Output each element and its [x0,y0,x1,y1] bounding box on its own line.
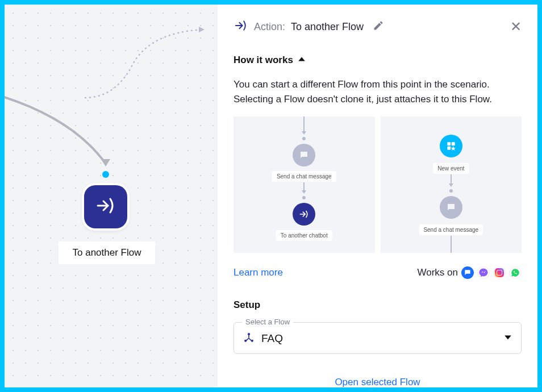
svg-marker-0 [101,159,110,166]
arrow-into-icon [293,203,315,226]
select-flow-label: Select a Flow [242,318,293,326]
whatsapp-channel-icon [509,266,522,279]
svg-point-9 [251,340,253,342]
close-icon: ✕ [510,19,522,34]
action-prefix: Action: [254,21,285,33]
diagram-chat-label: Send a chat message [272,171,336,182]
chevron-up-icon [298,55,306,65]
learn-more-link[interactable]: Learn more [234,267,283,278]
how-it-works-description: You can start a different Flow from this… [234,77,522,106]
svg-rect-3 [452,142,455,145]
details-panel: Action: To another Flow ✕ How it works Y… [218,5,537,387]
node-input-port[interactable] [102,171,109,178]
select-flow-dropdown[interactable]: Select a Flow FAQ [234,322,522,354]
flow-icon [243,332,255,345]
svg-marker-10 [505,336,511,340]
svg-marker-5 [451,146,455,151]
setup-heading: Setup [234,299,522,311]
flow-canvas[interactable]: To another Flow [5,5,218,387]
svg-rect-2 [447,142,451,145]
pencil-icon [373,23,384,33]
new-event-icon [440,135,462,157]
chevron-down-icon [504,333,512,344]
messenger-channel-icon [477,266,490,279]
diagram-left: Send a chat message To another chatbot [234,116,375,253]
svg-point-7 [248,333,250,335]
close-button[interactable]: ✕ [510,20,522,34]
flow-node-label: To another Flow [59,241,155,264]
instagram-channel-icon [493,266,506,279]
chat-icon [293,144,315,166]
svg-rect-4 [447,147,451,150]
diagram-to-chatbot-label: To another chatbot [276,230,332,241]
open-selected-flow-link[interactable]: Open selected Flow [234,377,522,387]
flow-node-to-another-flow[interactable] [84,185,127,228]
how-it-works-toggle[interactable]: How it works [234,55,522,66]
svg-marker-1 [298,57,305,61]
diagram-chat-label: Send a chat message [419,224,483,235]
chat-icon [440,196,462,219]
arrow-into-icon [234,18,248,35]
how-it-works-label: How it works [234,55,293,66]
works-on: Works on [418,266,522,279]
panel-header: Action: To another Flow ✕ [234,18,522,35]
how-it-works-diagram: Send a chat message To another chatbot N… [234,116,522,253]
chat-channel-icon [461,266,474,279]
action-title: To another Flow [291,21,364,33]
works-on-label: Works on [418,267,458,278]
select-flow-value: FAQ [261,332,283,345]
diagram-right: New event Send a chat message [381,116,522,253]
diagram-new-event-label: New event [433,163,469,174]
arrow-into-icon [94,194,117,219]
app-root: To another Flow Action: To another Flow … [5,5,537,387]
edit-button[interactable] [373,20,384,34]
